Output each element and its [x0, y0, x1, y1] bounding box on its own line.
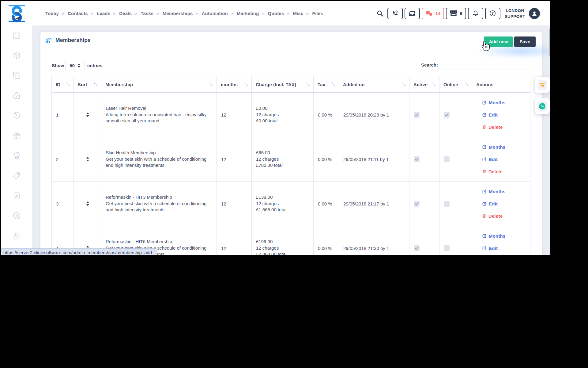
svg-text:12: 12	[15, 34, 18, 38]
phone-button[interactable]	[387, 8, 403, 19]
svg-text:?: ?	[492, 11, 494, 16]
clinicsoftware-logo[interactable]	[8, 4, 26, 24]
scrollbar-thumb[interactable]	[549, 29, 550, 56]
sidebar-item-support[interactable]	[1, 212, 32, 221]
edit-link[interactable]: Edit	[482, 157, 530, 162]
chart-icon	[45, 37, 52, 44]
cart-orange-icon	[539, 82, 545, 88]
column-header-membership[interactable]: Membership	[101, 76, 217, 93]
notifications-button[interactable]	[468, 8, 483, 19]
sidebar-item-lock[interactable]	[1, 232, 32, 241]
nav-item-quotes[interactable]: Quotes	[268, 11, 290, 16]
cell-tax: 0.00 %	[314, 226, 339, 255]
active-checkbox[interactable]	[414, 245, 420, 251]
column-header-actions[interactable]: Actions	[472, 76, 530, 93]
sidebar-item-tag[interactable]	[1, 172, 32, 181]
phone-fab[interactable]	[537, 101, 547, 111]
search-icon[interactable]	[376, 10, 384, 17]
months-link[interactable]: Months	[482, 189, 530, 194]
page-length-select[interactable]: 50	[65, 60, 85, 71]
help-button[interactable]: ?	[485, 8, 500, 19]
sidebar-item-calendar[interactable]: 12	[1, 31, 32, 40]
column-header-added-on[interactable]: Added on	[339, 76, 409, 93]
column-header-online[interactable]: Online	[439, 76, 472, 93]
cell-online	[439, 137, 472, 182]
cart-fab-panel	[535, 77, 550, 93]
card-header: Memberships Add new Save	[40, 32, 542, 51]
nav-item-misc[interactable]: Misc	[293, 11, 309, 16]
cart-fab[interactable]	[537, 80, 547, 90]
sidebar-item-package[interactable]	[1, 51, 32, 60]
nav-item-deals[interactable]: Deals	[119, 11, 137, 16]
nav-item-files[interactable]: Files	[312, 11, 323, 16]
check-icon	[445, 113, 449, 117]
column-header-id[interactable]: ID	[52, 76, 74, 93]
delete-link[interactable]: Delete	[482, 213, 530, 219]
sidebar-item-history[interactable]	[1, 112, 32, 121]
chat-button[interactable]: 14	[422, 8, 444, 19]
search-input[interactable]	[440, 60, 530, 70]
column-header-active[interactable]: Active	[409, 76, 439, 93]
delete-link[interactable]: Delete	[482, 169, 530, 174]
drag-handle[interactable]	[78, 112, 101, 117]
sidebar-item-report[interactable]	[1, 192, 32, 201]
save-button[interactable]: Save	[514, 36, 536, 47]
cell-active	[409, 182, 439, 226]
left-sidebar: 12	[1, 25, 32, 255]
browser-viewport: TodayContactsLeadsDealsTasksMembershipsA…	[1, 1, 550, 255]
nav-item-today[interactable]: Today	[45, 11, 64, 16]
online-checkbox[interactable]	[444, 156, 450, 162]
table-header: ID Sort Membership months Charge (Incl. …	[52, 76, 530, 93]
cell-sort	[74, 182, 101, 226]
sidebar-item-copy[interactable]	[1, 71, 32, 81]
cell-months: 12	[217, 182, 252, 226]
cell-charge: £0.0012 charges£0.00 total	[252, 93, 314, 137]
nav-item-automation[interactable]: Automation	[202, 11, 233, 16]
cell-online	[439, 226, 472, 255]
sort-arrows-icon	[464, 82, 469, 87]
sidebar-item-gift[interactable]	[1, 132, 32, 141]
nav-item-memberships[interactable]: Memberships	[163, 11, 198, 16]
column-header-charge-incl-tax[interactable]: Charge (Incl. TAX)	[252, 76, 314, 93]
user-avatar[interactable]	[529, 8, 540, 19]
months-link[interactable]: Months	[482, 144, 530, 150]
active-checkbox[interactable]	[414, 112, 420, 118]
edit-icon	[482, 189, 487, 194]
lock-icon	[13, 232, 21, 241]
active-checkbox[interactable]	[414, 156, 420, 162]
cell-actions: MonthsEditDelete	[472, 226, 530, 255]
column-header-sort[interactable]: Sort	[74, 76, 101, 93]
sort-arrows-icon	[331, 82, 336, 87]
page-title: Memberships	[55, 37, 91, 44]
nav-item-contacts[interactable]: Contacts	[68, 11, 93, 16]
cell-membership: Reformaskin - HIT3 MembershipGet your be…	[101, 182, 217, 226]
sort-arrows-icon	[432, 82, 436, 87]
inbox-button[interactable]	[405, 8, 420, 19]
online-checkbox[interactable]	[444, 112, 450, 118]
nav-item-marketing[interactable]: Marketing	[237, 11, 265, 16]
drag-handle[interactable]	[78, 201, 101, 206]
months-link[interactable]: Months	[482, 233, 530, 239]
trash-icon	[482, 125, 486, 129]
trash-icon	[482, 214, 486, 218]
nav-item-leads[interactable]: Leads	[97, 11, 116, 16]
cell-charge: £65.0012 charges£780.00 total	[252, 137, 314, 182]
drag-handle[interactable]	[78, 157, 101, 162]
membership-description: A long term solution to unwanted hair - …	[106, 112, 211, 125]
column-header-months[interactable]: months	[217, 76, 252, 93]
sort-arrows-icon	[66, 82, 71, 87]
column-header-tax[interactable]: Tax	[314, 76, 339, 93]
sidebar-item-cart[interactable]	[1, 151, 32, 161]
edit-link[interactable]: Edit	[482, 246, 530, 251]
online-checkbox[interactable]	[444, 245, 450, 251]
store-button[interactable]: 8	[446, 8, 466, 19]
online-checkbox[interactable]	[444, 201, 450, 207]
months-link[interactable]: Months	[482, 100, 530, 105]
edit-icon	[482, 201, 487, 206]
delete-link[interactable]: Delete	[482, 125, 530, 130]
nav-item-tasks[interactable]: Tasks	[141, 11, 159, 16]
edit-link[interactable]: Edit	[482, 112, 530, 117]
active-checkbox[interactable]	[414, 201, 420, 207]
edit-link[interactable]: Edit	[482, 201, 530, 206]
sidebar-item-bag[interactable]	[1, 91, 32, 101]
